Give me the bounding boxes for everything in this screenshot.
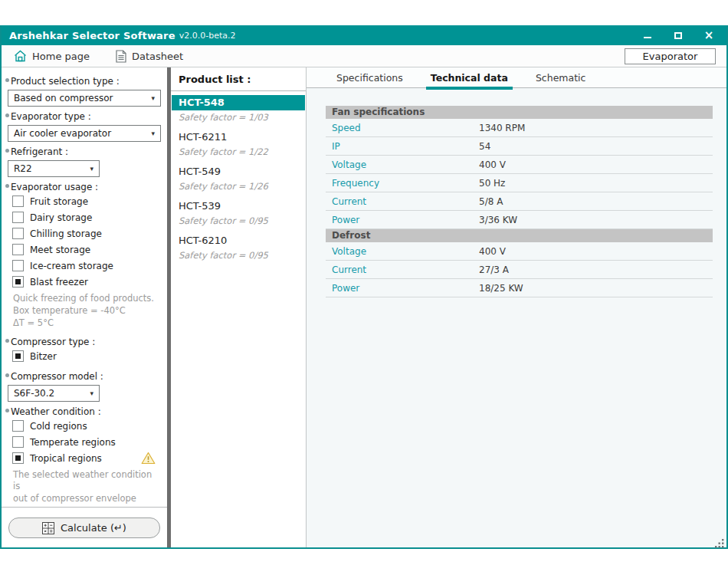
- selection-sidebar: Product selection type : Based on compre…: [2, 67, 167, 547]
- row-value: 50 Hz: [479, 178, 505, 189]
- checkbox-label: Meet storage: [30, 245, 90, 255]
- tab-schematic[interactable]: Schematic: [533, 68, 589, 87]
- checkbox[interactable]: [12, 228, 24, 239]
- detail-panel: SpecificationsTechnical dataSchematic Fa…: [307, 67, 726, 547]
- table-row-fan-specifications-ip: IP54: [326, 137, 713, 156]
- checkbox-label: Bitzer: [30, 351, 57, 362]
- calculate-button[interactable]: Calculate (↵): [8, 518, 160, 538]
- evaporator-button[interactable]: Evaporator: [625, 48, 716, 64]
- product-name[interactable]: HCT-6210: [171, 233, 306, 248]
- evaporator-usage-options: Fruit storageDairy storageChilling stora…: [5, 196, 162, 292]
- home-page-label: Home page: [32, 51, 90, 62]
- refrigerant-value: R22: [14, 163, 32, 174]
- row-value: 1340 RPM: [479, 123, 525, 133]
- product-list-item-hct-6211[interactable]: HCT-6211Safety factor = 1/22: [171, 130, 306, 162]
- product-selection-type-dropdown[interactable]: Based on compressor ▾: [8, 90, 161, 107]
- row-label: Voltage: [326, 159, 479, 170]
- product-list-item-hct-549[interactable]: HCT-549Safety factor = 1/26: [171, 164, 306, 196]
- checkbox-label: Cold regions: [30, 421, 87, 432]
- product-selection-type-label: Product selection type :: [5, 76, 162, 87]
- close-button[interactable]: ×: [702, 29, 716, 41]
- home-icon: [14, 50, 27, 62]
- table-row-fan-specifications-frequency: Frequency50 Hz: [326, 174, 713, 192]
- table-row-defrost-voltage: Voltage400 V: [326, 242, 713, 261]
- evaporator-usage-label: Evaporator usage :: [5, 182, 162, 192]
- weather-warning-note-line: out of compressor envelope: [13, 493, 162, 504]
- compressor-type-options: Bitzer: [5, 350, 162, 366]
- section-header-fan-specifications: Fan specifications: [326, 106, 713, 119]
- chevron-down-icon: ▾: [151, 130, 155, 137]
- product-name[interactable]: HCT-548: [172, 95, 305, 110]
- product-name[interactable]: HCT-539: [171, 199, 306, 214]
- section-header-defrost: Defrost: [326, 229, 713, 242]
- datasheet-button[interactable]: Datasheet: [110, 48, 189, 65]
- checkbox-option-temperate-regions[interactable]: Temperate regions: [12, 436, 162, 448]
- checkbox[interactable]: [12, 350, 24, 362]
- maximize-button[interactable]: [671, 29, 685, 41]
- home-page-button[interactable]: Home page: [8, 48, 96, 64]
- refrigerant-dropdown[interactable]: R22 ▾: [8, 160, 100, 177]
- calculator-icon: [42, 522, 54, 534]
- row-label: Power: [326, 283, 479, 294]
- tab-technical-data[interactable]: Technical data: [428, 68, 510, 87]
- product-list-item-hct-539[interactable]: HCT-539Safety factor = 0/95: [171, 199, 306, 231]
- checkbox[interactable]: [12, 244, 24, 255]
- tab-specifications[interactable]: Specifications: [334, 68, 405, 87]
- checkbox-option-cold-regions[interactable]: Cold regions: [12, 420, 162, 432]
- checkbox[interactable]: [12, 436, 24, 448]
- app-version: v2.0.0-beta.2: [179, 31, 236, 41]
- checkbox[interactable]: [12, 276, 24, 288]
- checkbox-label: Dairy storage: [30, 212, 92, 223]
- checkbox[interactable]: [12, 420, 24, 432]
- checkbox-option-blast-freezer[interactable]: Blast freezer: [12, 276, 162, 288]
- product-name[interactable]: HCT-6211: [171, 130, 306, 145]
- weather-warning-note-line: The selected weather condition is: [13, 469, 162, 492]
- product-safety-factor: Safety factor = 0/95: [171, 214, 306, 231]
- checkbox-label: Blast freezer: [30, 277, 88, 288]
- checkbox-option-ice-cream-storage[interactable]: Ice-cream storage: [12, 260, 162, 271]
- evaporator-type-label: Evaporator type :: [5, 111, 162, 122]
- checkbox[interactable]: [12, 452, 24, 464]
- title-bar: Arshehkar Selector Software v2.0.0-beta.…: [2, 25, 726, 45]
- app-title: Arshehkar Selector Software: [9, 30, 175, 41]
- compressor-model-label: Compressor model :: [5, 371, 162, 382]
- minimize-button[interactable]: [641, 29, 654, 41]
- product-safety-factor: Safety factor = 1/22: [171, 145, 306, 162]
- checkbox-option-fruit-storage[interactable]: Fruit storage: [12, 196, 162, 207]
- table-row-fan-specifications-power: Power3/36 KW: [326, 211, 713, 229]
- row-value: 5/8 A: [479, 196, 503, 207]
- checkbox[interactable]: [12, 196, 24, 207]
- checkbox-label: Fruit storage: [30, 196, 88, 207]
- evaporator-type-value: Air cooler evaporator: [14, 128, 111, 139]
- table-row-fan-specifications-current: Current5/8 A: [326, 192, 713, 211]
- row-value: 400 V: [479, 246, 506, 257]
- checkbox-label: Tropical regions: [30, 453, 102, 464]
- row-value: 27/3 A: [479, 264, 509, 275]
- checkbox[interactable]: [12, 212, 24, 223]
- resize-grip[interactable]: [715, 537, 724, 546]
- checkbox-option-tropical-regions[interactable]: Tropical regions: [12, 452, 162, 464]
- row-value: 54: [479, 141, 490, 152]
- compressor-model-dropdown[interactable]: S6F-30.2 ▾: [8, 385, 100, 402]
- blast-freezer-note-line: ΔT = 5°C: [13, 317, 162, 329]
- chevron-down-icon: ▾: [90, 165, 93, 172]
- product-list-item-hct-548[interactable]: HCT-548Safety factor = 1/03: [171, 95, 306, 127]
- calculate-button-label: Calculate (↵): [61, 522, 126, 534]
- product-name[interactable]: HCT-549: [171, 164, 306, 179]
- compressor-model-value: S6F-30.2: [14, 388, 54, 399]
- datasheet-icon: [116, 50, 126, 63]
- product-list-item-hct-6210[interactable]: HCT-6210Safety factor = 0/95: [171, 233, 306, 265]
- checkbox-option-meet-storage[interactable]: Meet storage: [12, 244, 162, 255]
- product-safety-factor: Safety factor = 1/26: [171, 179, 306, 196]
- table-row-fan-specifications-speed: Speed1340 RPM: [326, 119, 713, 137]
- row-value: 3/36 KW: [479, 215, 517, 225]
- table-row-defrost-power: Power18/25 KW: [326, 279, 713, 297]
- evaporator-type-dropdown[interactable]: Air cooler evaporator ▾: [8, 125, 161, 142]
- checkbox-option-chilling-storage[interactable]: Chilling storage: [12, 228, 162, 239]
- checkbox-option-dairy-storage[interactable]: Dairy storage: [12, 212, 162, 223]
- row-label: Voltage: [326, 246, 479, 257]
- checkbox-option-bitzer[interactable]: Bitzer: [12, 350, 162, 362]
- chevron-down-icon: ▾: [90, 389, 93, 397]
- product-safety-factor: Safety factor = 0/95: [171, 248, 306, 265]
- checkbox[interactable]: [12, 260, 24, 271]
